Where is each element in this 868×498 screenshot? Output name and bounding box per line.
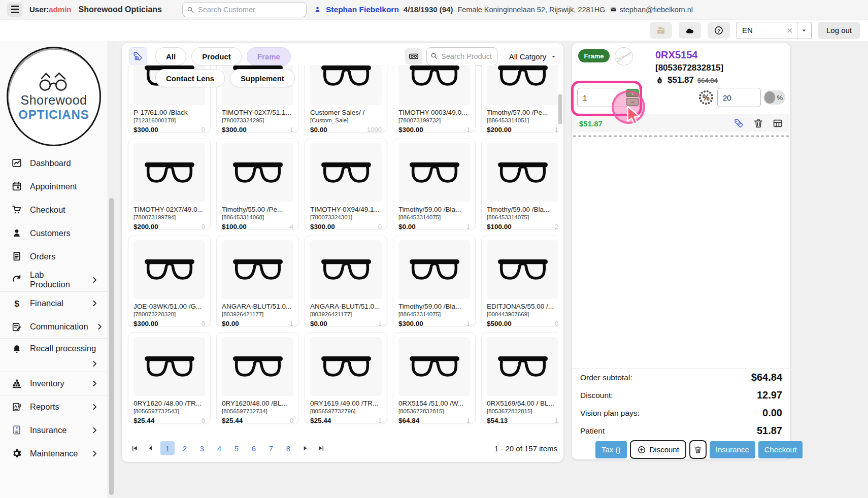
filter-pill[interactable]: All xyxy=(155,47,186,65)
sidebar-item[interactable]: Maintenance xyxy=(0,442,108,465)
sidebar-item[interactable]: Communication xyxy=(0,315,108,338)
clear-icon[interactable] xyxy=(786,26,794,35)
filter-pill[interactable]: Supplement xyxy=(230,69,295,87)
remove-item-icon[interactable] xyxy=(753,118,764,129)
sidebar-item[interactable]: * Insurance xyxy=(0,418,108,442)
page-number[interactable]: 3 xyxy=(195,441,209,455)
percent-toggle[interactable]: % xyxy=(763,90,785,105)
prev-page-button[interactable] xyxy=(144,442,157,455)
product-card[interactable]: TIMOTHY-0003/49.0... [780073199732] $300… xyxy=(393,65,476,132)
product-card[interactable]: Timothy/57.00 /Pe... [886453314051] $200… xyxy=(481,65,558,132)
glasses-icon xyxy=(231,355,284,378)
sidebar-item[interactable]: A Reports xyxy=(0,395,108,418)
last-page-button[interactable] xyxy=(315,442,328,455)
chevron-right-icon xyxy=(91,360,98,368)
page-number[interactable]: 6 xyxy=(247,441,261,455)
add-tag-button[interactable] xyxy=(129,47,147,65)
quantity-decrease-button[interactable]: − xyxy=(626,98,639,106)
product-card[interactable]: ANGARA-BLUT/51.0... [803926421177] $0.00… xyxy=(216,236,299,326)
product-card[interactable]: EDITJONAS/55.00 /... [000443907669] $500… xyxy=(481,236,558,326)
page-number[interactable]: 4 xyxy=(212,441,226,455)
sidebar-item[interactable]: Lab Production xyxy=(0,268,108,291)
product-code: [780073324295] xyxy=(222,117,293,123)
patient-name[interactable]: Stephan Fiebelkorn xyxy=(326,5,399,14)
totals-label: Discount: xyxy=(580,391,613,400)
page-number[interactable]: 2 xyxy=(178,441,192,455)
product-card[interactable]: TIMOTHY-02X7/49.0... [780073199794] $200… xyxy=(128,139,211,229)
product-card[interactable]: 0RX5154 /51.00 /W... [8053672832815] $64… xyxy=(393,333,476,423)
next-page-button[interactable] xyxy=(298,442,312,455)
product-image xyxy=(398,65,470,105)
product-stock: 0 xyxy=(202,223,205,230)
sidebar-item[interactable]: Checkout xyxy=(0,198,108,221)
logout-button[interactable]: Log out xyxy=(818,22,860,39)
filter-pill[interactable]: Product xyxy=(191,47,242,65)
product-card[interactable]: TIMOTHY-0X94/49.1... [780073324301] $300… xyxy=(305,139,387,229)
product-card[interactable]: Timothy/55.00 /Pe... [886453314068] $100… xyxy=(216,139,299,229)
sidebar-item[interactable]: Inventory xyxy=(0,372,108,395)
product-card[interactable]: ANGARA-BLUT/51.0... [803926421177] $0.00… xyxy=(305,236,387,326)
sidebar-item[interactable]: Customers xyxy=(0,221,108,245)
price-tag-icon[interactable] xyxy=(733,118,745,129)
product-name: 0RX5169/54.00 / BL... xyxy=(487,400,558,407)
language-caret[interactable] xyxy=(797,22,811,39)
glasses-icon xyxy=(496,161,549,184)
product-stock: 0 xyxy=(202,417,205,424)
sidebar-item[interactable]: $ Financial xyxy=(0,291,108,315)
logo-glasses-icon xyxy=(34,72,74,92)
glasses-icon xyxy=(496,65,549,87)
product-grid: P-17/61.00 /Black [712316000178] $300.00… xyxy=(127,65,558,423)
tax-button[interactable]: Tax () xyxy=(595,441,627,458)
product-price: $0.00 xyxy=(222,320,239,327)
product-card[interactable]: Timothy/59.00 /Bla... [886453314075] $10… xyxy=(481,139,558,229)
product-card[interactable]: 0RY1620 /48.00 /TR... [8056597732543] $2… xyxy=(128,333,211,423)
sidebar-item[interactable]: Dashboard xyxy=(0,151,108,175)
page-number[interactable]: 7 xyxy=(264,441,278,455)
checkout-button[interactable]: Checkout xyxy=(758,441,803,458)
action-icon xyxy=(656,25,666,36)
product-card[interactable]: JOE-03WK/51.00 /G... [780073220320] $300… xyxy=(128,236,211,326)
sidebar-item[interactable]: Appointment xyxy=(0,175,108,198)
hamburger-menu-icon[interactable] xyxy=(7,3,22,17)
quantity-increase-button[interactable]: + xyxy=(626,89,639,97)
page-scrollbar[interactable] xyxy=(108,41,114,498)
product-image xyxy=(310,240,382,299)
product-card[interactable]: 0RX5169/54.00 / BL... [8053672832815] $5… xyxy=(481,333,558,423)
page-number[interactable]: 8 xyxy=(281,441,295,455)
language-select[interactable]: EN xyxy=(737,22,812,39)
product-card[interactable]: Timothy/59.00 /Bla... [886453314075] $30… xyxy=(393,236,476,326)
action-icon-button[interactable] xyxy=(679,22,701,39)
product-card[interactable]: Timothy/59.00 /Bla... [886453314075] $0.… xyxy=(393,139,476,229)
action-icon-button[interactable] xyxy=(650,22,672,39)
svg-text:A: A xyxy=(14,404,17,409)
category-dropdown[interactable]: All Catgory xyxy=(505,48,561,64)
page-number[interactable]: 1 xyxy=(160,441,175,455)
page-number[interactable]: 5 xyxy=(229,441,244,455)
filter-pill[interactable]: Contact Lens xyxy=(155,69,225,87)
sidebar-item[interactable]: Orders xyxy=(0,245,108,268)
sidebar-item-icon xyxy=(11,157,22,169)
clear-cart-button[interactable] xyxy=(689,440,707,459)
insurance-button[interactable]: Insurance xyxy=(710,441,755,458)
product-card[interactable]: 0RY1619 /49.00 /TR... [8056597732796] $2… xyxy=(305,333,387,423)
barcode-scanner-button[interactable] xyxy=(405,48,422,64)
discount-button[interactable]: Discount xyxy=(630,440,686,459)
details-grid-icon[interactable] xyxy=(772,118,783,129)
sidebar-item-label: Inventory xyxy=(30,379,64,388)
page-scrollbar-thumb[interactable] xyxy=(109,198,114,495)
product-stock: -1 xyxy=(376,417,382,424)
filter-pill[interactable]: Frame xyxy=(247,47,291,65)
product-code: [8056597732734] xyxy=(222,408,293,414)
first-page-button[interactable] xyxy=(128,442,141,455)
customer-search-input[interactable] xyxy=(182,2,307,17)
logo-text-2: OPTICIANS xyxy=(18,108,89,122)
cart-action-buttons: Tax () Discount Insurance Checkout xyxy=(595,440,803,459)
product-card[interactable]: 0RY1620/48.00 /BL... [8056597732734] $25… xyxy=(216,333,299,423)
product-price: $100.00 xyxy=(222,223,247,230)
action-icon-button[interactable]: ? xyxy=(708,22,730,39)
product-name: 0RY1619 /49.00 /TR... xyxy=(310,400,382,407)
grid-scrollbar-thumb[interactable] xyxy=(558,94,562,124)
discount-input[interactable] xyxy=(717,88,761,107)
store-logo: Shorewood OPTICIANS xyxy=(7,47,101,146)
sidebar-item[interactable]: Recall processing xyxy=(0,338,108,372)
